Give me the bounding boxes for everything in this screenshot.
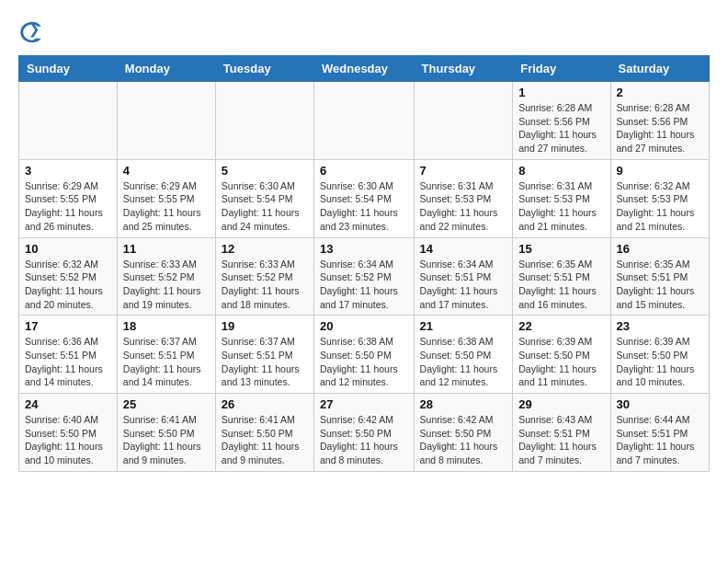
day-number: 20 bbox=[320, 319, 408, 333]
calendar-cell: 2Sunrise: 6:28 AM Sunset: 5:56 PM Daylig… bbox=[610, 82, 709, 160]
calendar-cell: 3Sunrise: 6:29 AM Sunset: 5:55 PM Daylig… bbox=[19, 159, 118, 237]
calendar-cell bbox=[215, 82, 313, 160]
calendar-cell: 10Sunrise: 6:32 AM Sunset: 5:52 PM Dayli… bbox=[19, 237, 118, 316]
day-number: 9 bbox=[617, 164, 703, 178]
weekday-header: Wednesday bbox=[314, 56, 415, 82]
day-number: 15 bbox=[518, 242, 604, 256]
day-info: Sunrise: 6:29 AM Sunset: 5:55 PM Dayligh… bbox=[25, 179, 111, 234]
weekday-header: Saturday bbox=[610, 56, 709, 82]
day-info: Sunrise: 6:29 AM Sunset: 5:55 PM Dayligh… bbox=[123, 179, 210, 234]
day-info: Sunrise: 6:30 AM Sunset: 5:54 PM Dayligh… bbox=[320, 179, 408, 234]
calendar-cell: 27Sunrise: 6:42 AM Sunset: 5:50 PM Dayli… bbox=[314, 394, 415, 472]
calendar-cell: 6Sunrise: 6:30 AM Sunset: 5:54 PM Daylig… bbox=[314, 159, 415, 237]
calendar-week-row: 24Sunrise: 6:40 AM Sunset: 5:50 PM Dayli… bbox=[19, 394, 710, 472]
calendar-cell: 16Sunrise: 6:35 AM Sunset: 5:51 PM Dayli… bbox=[610, 237, 709, 316]
day-info: Sunrise: 6:32 AM Sunset: 5:52 PM Dayligh… bbox=[25, 258, 111, 312]
day-number: 29 bbox=[518, 397, 604, 411]
weekday-header: Sunday bbox=[19, 56, 118, 82]
day-info: Sunrise: 6:36 AM Sunset: 5:51 PM Dayligh… bbox=[25, 335, 111, 389]
day-number: 1 bbox=[518, 86, 604, 99]
day-info: Sunrise: 6:34 AM Sunset: 5:51 PM Dayligh… bbox=[420, 258, 507, 312]
calendar-cell: 29Sunrise: 6:43 AM Sunset: 5:51 PM Dayli… bbox=[513, 394, 610, 472]
day-number: 22 bbox=[518, 319, 604, 333]
calendar-body: 1Sunrise: 6:28 AM Sunset: 5:56 PM Daylig… bbox=[19, 82, 710, 472]
day-info: Sunrise: 6:35 AM Sunset: 5:51 PM Dayligh… bbox=[617, 258, 703, 312]
calendar-week-row: 1Sunrise: 6:28 AM Sunset: 5:56 PM Daylig… bbox=[19, 82, 710, 160]
logo bbox=[18, 18, 50, 46]
day-number: 19 bbox=[222, 319, 308, 333]
day-info: Sunrise: 6:38 AM Sunset: 5:50 PM Dayligh… bbox=[420, 335, 507, 389]
logo-icon bbox=[18, 18, 46, 46]
day-number: 10 bbox=[25, 242, 111, 256]
day-number: 13 bbox=[320, 242, 408, 256]
calendar-cell: 20Sunrise: 6:38 AM Sunset: 5:50 PM Dayli… bbox=[314, 316, 415, 394]
weekday-header: Tuesday bbox=[215, 56, 313, 82]
day-info: Sunrise: 6:41 AM Sunset: 5:50 PM Dayligh… bbox=[222, 413, 308, 467]
day-number: 12 bbox=[222, 242, 308, 256]
calendar-cell: 21Sunrise: 6:38 AM Sunset: 5:50 PM Dayli… bbox=[414, 316, 513, 394]
day-number: 5 bbox=[222, 164, 308, 178]
day-info: Sunrise: 6:42 AM Sunset: 5:50 PM Dayligh… bbox=[320, 413, 408, 467]
day-info: Sunrise: 6:44 AM Sunset: 5:51 PM Dayligh… bbox=[617, 413, 703, 467]
day-number: 17 bbox=[25, 319, 111, 333]
day-info: Sunrise: 6:35 AM Sunset: 5:51 PM Dayligh… bbox=[518, 258, 604, 312]
weekday-header: Monday bbox=[117, 56, 215, 82]
calendar-cell: 4Sunrise: 6:29 AM Sunset: 5:55 PM Daylig… bbox=[117, 159, 215, 237]
day-info: Sunrise: 6:41 AM Sunset: 5:50 PM Dayligh… bbox=[123, 413, 210, 467]
calendar-cell: 23Sunrise: 6:39 AM Sunset: 5:50 PM Dayli… bbox=[610, 316, 709, 394]
calendar-cell: 22Sunrise: 6:39 AM Sunset: 5:50 PM Dayli… bbox=[513, 316, 610, 394]
calendar-cell: 12Sunrise: 6:33 AM Sunset: 5:52 PM Dayli… bbox=[215, 237, 313, 316]
header-row: SundayMondayTuesdayWednesdayThursdayFrid… bbox=[19, 56, 710, 82]
day-info: Sunrise: 6:31 AM Sunset: 5:53 PM Dayligh… bbox=[518, 179, 604, 234]
calendar-cell: 5Sunrise: 6:30 AM Sunset: 5:54 PM Daylig… bbox=[215, 159, 313, 237]
day-info: Sunrise: 6:43 AM Sunset: 5:51 PM Dayligh… bbox=[518, 413, 604, 467]
day-number: 6 bbox=[320, 164, 408, 178]
calendar-cell: 17Sunrise: 6:36 AM Sunset: 5:51 PM Dayli… bbox=[19, 316, 118, 394]
day-info: Sunrise: 6:33 AM Sunset: 5:52 PM Dayligh… bbox=[222, 258, 308, 312]
calendar-cell: 14Sunrise: 6:34 AM Sunset: 5:51 PM Dayli… bbox=[414, 237, 513, 316]
calendar-cell: 19Sunrise: 6:37 AM Sunset: 5:51 PM Dayli… bbox=[215, 316, 313, 394]
calendar-cell: 15Sunrise: 6:35 AM Sunset: 5:51 PM Dayli… bbox=[513, 237, 610, 316]
day-number: 2 bbox=[617, 86, 703, 99]
day-info: Sunrise: 6:28 AM Sunset: 5:56 PM Dayligh… bbox=[518, 101, 604, 155]
calendar-cell: 26Sunrise: 6:41 AM Sunset: 5:50 PM Dayli… bbox=[215, 394, 313, 472]
calendar-cell: 1Sunrise: 6:28 AM Sunset: 5:56 PM Daylig… bbox=[513, 82, 610, 160]
calendar-week-row: 17Sunrise: 6:36 AM Sunset: 5:51 PM Dayli… bbox=[19, 316, 710, 394]
weekday-header: Friday bbox=[513, 56, 610, 82]
day-info: Sunrise: 6:30 AM Sunset: 5:54 PM Dayligh… bbox=[222, 179, 308, 234]
day-number: 3 bbox=[25, 164, 111, 178]
day-number: 28 bbox=[420, 397, 507, 411]
day-number: 26 bbox=[222, 397, 308, 411]
calendar-header: SundayMondayTuesdayWednesdayThursdayFrid… bbox=[19, 56, 710, 82]
day-info: Sunrise: 6:28 AM Sunset: 5:56 PM Dayligh… bbox=[617, 101, 703, 155]
day-number: 23 bbox=[617, 319, 703, 333]
day-info: Sunrise: 6:39 AM Sunset: 5:50 PM Dayligh… bbox=[617, 335, 703, 389]
calendar-cell bbox=[117, 82, 215, 160]
day-number: 18 bbox=[123, 319, 210, 333]
calendar-cell: 24Sunrise: 6:40 AM Sunset: 5:50 PM Dayli… bbox=[19, 394, 118, 472]
day-info: Sunrise: 6:37 AM Sunset: 5:51 PM Dayligh… bbox=[222, 335, 308, 389]
day-number: 11 bbox=[123, 242, 210, 256]
day-info: Sunrise: 6:34 AM Sunset: 5:52 PM Dayligh… bbox=[320, 258, 408, 312]
day-number: 21 bbox=[420, 319, 507, 333]
calendar-cell bbox=[414, 82, 513, 160]
calendar-cell: 11Sunrise: 6:33 AM Sunset: 5:52 PM Dayli… bbox=[117, 237, 215, 316]
calendar-cell bbox=[314, 82, 415, 160]
calendar-cell: 13Sunrise: 6:34 AM Sunset: 5:52 PM Dayli… bbox=[314, 237, 415, 316]
day-info: Sunrise: 6:33 AM Sunset: 5:52 PM Dayligh… bbox=[123, 258, 210, 312]
day-number: 8 bbox=[518, 164, 604, 178]
day-info: Sunrise: 6:42 AM Sunset: 5:50 PM Dayligh… bbox=[420, 413, 507, 467]
day-number: 25 bbox=[123, 397, 210, 411]
weekday-header: Thursday bbox=[414, 56, 513, 82]
day-info: Sunrise: 6:37 AM Sunset: 5:51 PM Dayligh… bbox=[123, 335, 210, 389]
day-info: Sunrise: 6:39 AM Sunset: 5:50 PM Dayligh… bbox=[518, 335, 604, 389]
day-number: 27 bbox=[320, 397, 408, 411]
day-number: 30 bbox=[617, 397, 703, 411]
day-number: 16 bbox=[617, 242, 703, 256]
calendar-week-row: 3Sunrise: 6:29 AM Sunset: 5:55 PM Daylig… bbox=[19, 159, 710, 237]
day-number: 4 bbox=[123, 164, 210, 178]
day-number: 7 bbox=[420, 164, 507, 178]
day-info: Sunrise: 6:38 AM Sunset: 5:50 PM Dayligh… bbox=[320, 335, 408, 389]
calendar-cell bbox=[19, 82, 118, 160]
page-header bbox=[18, 18, 710, 46]
